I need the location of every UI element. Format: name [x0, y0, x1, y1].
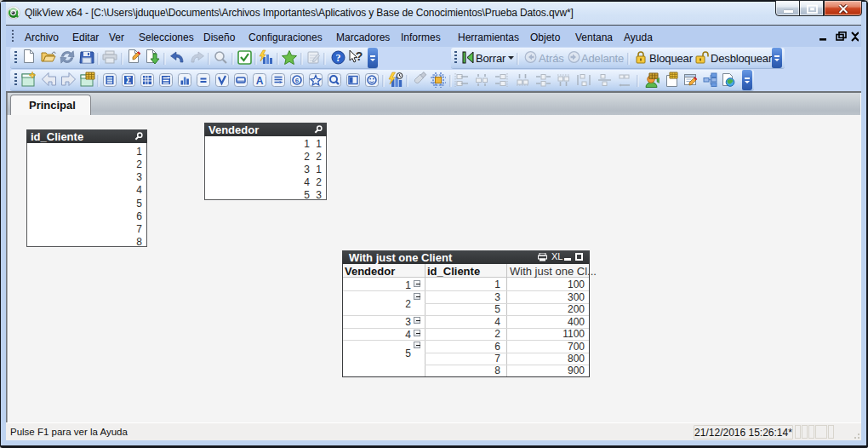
svg-text:?: ? — [356, 49, 363, 63]
svg-text:6: 6 — [295, 77, 300, 84]
svg-text:?: ? — [336, 52, 341, 64]
svg-text:Σ: Σ — [126, 76, 131, 85]
svg-text:A: A — [256, 75, 264, 87]
